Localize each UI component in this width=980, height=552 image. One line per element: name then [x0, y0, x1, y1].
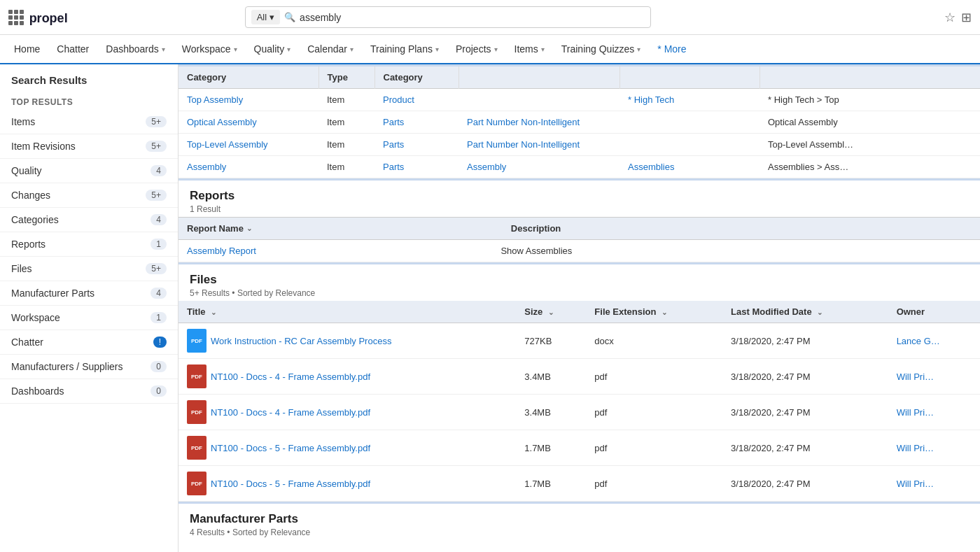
files-size-sort-icon[interactable]: ⌄ [548, 309, 554, 316]
sidebar-item-item-revisions[interactable]: Item Revisions 5+ [0, 134, 178, 159]
file-title-cell-3: PDF NT100 - Docs - 4 - Frame Assembly.pd… [178, 395, 516, 430]
file-icon-pdf-2: PDF [187, 365, 206, 388]
reports-col-name-sort[interactable]: ⌄ [246, 225, 252, 232]
sidebar-item-files[interactable]: Files 5+ [0, 257, 178, 281]
file-ext-2: pdf [586, 359, 722, 395]
file-owner-link-5[interactable]: Will Pri… [897, 479, 934, 489]
sidebar-item-dashboards[interactable]: Dashboards 0 [0, 379, 178, 404]
items-section: Category Type Category Top Assembly Item… [178, 64, 980, 178]
svg-text:propel: propel [29, 10, 68, 24]
apps-grid-icon[interactable] [8, 10, 24, 25]
sidebar-item-reports-label: Reports [11, 239, 46, 250]
sidebar-item-quality-label: Quality [11, 165, 42, 176]
file-cell-5: PDF NT100 - Docs - 5 - Frame Assembly.pd… [187, 472, 507, 495]
file-size-1: 727KB [516, 323, 586, 359]
file-ext-1: docx [586, 323, 722, 359]
reports-col-desc-header: Description [503, 218, 980, 239]
sidebar-item-manufacturer-parts[interactable]: Manufacturer Parts 4 [0, 281, 178, 306]
reports-count: 1 Result [190, 204, 969, 214]
sidebar-item-categories[interactable]: Categories 4 [0, 208, 178, 232]
file-link-3[interactable]: NT100 - Docs - 4 - Frame Assembly.pdf [211, 407, 370, 418]
files-ext-sort-icon[interactable]: ⌄ [662, 309, 667, 316]
files-col-ext: File Extension ⌄ [586, 301, 722, 323]
nav-workspace-chevron: ▾ [234, 45, 237, 53]
nav-training-plans[interactable]: Training Plans ▾ [362, 35, 447, 64]
sidebar-item-files-badge: 5+ [146, 263, 167, 274]
item-category-product[interactable]: Product [383, 94, 414, 105]
sidebar-item-workspace[interactable]: Workspace 1 [0, 306, 178, 330]
sidebar-item-items[interactable]: Items 5+ [0, 110, 178, 134]
file-link-1[interactable]: Work Instruction - RC Car Assembly Proce… [211, 336, 391, 346]
item-lifecycle-assemblies[interactable]: Assemblies [628, 162, 674, 172]
search-all-button[interactable]: All ▾ [251, 10, 280, 24]
files-col-title: Title ⌄ [178, 301, 516, 323]
file-ext-5: pdf [586, 466, 722, 502]
sidebar-item-item-revisions-badge: 5+ [146, 141, 167, 152]
items-col-type: Type [318, 66, 374, 89]
topbar-right: ☆ ⊞ [944, 10, 972, 25]
reports-col-name-header: Report Name ⌄ [178, 218, 503, 239]
item-path-optical: Optical Assembly [760, 111, 980, 134]
file-owner-link-3[interactable]: Will Pri… [897, 407, 934, 418]
file-size-5: 1.7MB [516, 466, 586, 502]
item-category-parts-1[interactable]: Parts [383, 117, 404, 127]
sidebar-item-manufacturers-suppliers-badge: 0 [150, 361, 167, 372]
file-size-2: 3.4MB [516, 359, 586, 395]
sidebar-item-reports[interactable]: Reports 1 [0, 232, 178, 257]
item-schema-non-intelligent-1[interactable]: Part Number Non-Intelligent [467, 117, 580, 127]
file-owner-link-2[interactable]: Will Pri… [897, 371, 934, 382]
reports-col-desc-label: Description [511, 223, 561, 234]
nav-training-quizzes[interactable]: Training Quizzes ▾ [553, 35, 650, 64]
nav-more[interactable]: * More [649, 35, 694, 64]
item-link-assembly[interactable]: Assembly [187, 162, 226, 172]
favorites-button[interactable]: ☆ [944, 10, 955, 25]
files-title: Files [190, 273, 969, 287]
item-lifecycle-high-tech[interactable]: * High Tech [628, 94, 674, 105]
item-category-parts-2[interactable]: Parts [383, 139, 404, 150]
search-input[interactable] [300, 12, 645, 23]
nav-projects-label: Projects [456, 43, 491, 55]
sidebar-item-chatter[interactable]: Chatter ! [0, 330, 178, 355]
nav-quality[interactable]: Quality ▾ [246, 35, 300, 64]
nav-chatter[interactable]: Chatter [48, 35, 97, 64]
table-row: PDF Work Instruction - RC Car Assembly P… [178, 323, 980, 359]
files-title-sort-icon[interactable]: ⌄ [211, 309, 216, 316]
sidebar-item-workspace-label: Workspace [11, 312, 60, 323]
sidebar-item-changes-badge: 5+ [146, 190, 167, 201]
item-link-top-level-assembly[interactable]: Top-Level Assembly [187, 139, 268, 150]
item-link-top-assembly[interactable]: Top Assembly [187, 94, 243, 105]
nav-dashboards[interactable]: Dashboards ▾ [97, 35, 174, 64]
sidebar-item-categories-badge: 4 [150, 214, 167, 225]
navbar: Home Chatter Dashboards ▾ Workspace ▾ Qu… [0, 35, 980, 64]
sidebar-item-quality[interactable]: Quality 4 [0, 159, 178, 183]
nav-home[interactable]: Home [6, 35, 48, 64]
item-schema-assembly[interactable]: Assembly [467, 162, 506, 172]
sidebar-item-dashboards-label: Dashboards [11, 385, 64, 397]
sidebar-item-workspace-badge: 1 [150, 312, 167, 323]
items-col-name: Category [178, 66, 318, 89]
file-link-2[interactable]: NT100 - Docs - 4 - Frame Assembly.pdf [211, 371, 370, 382]
file-owner-link-4[interactable]: Will Pri… [897, 443, 934, 453]
file-owner-2: Will Pri… [888, 359, 980, 395]
user-menu-button[interactable]: ⊞ [961, 10, 972, 25]
report-link-assembly[interactable]: Assembly Report [187, 246, 256, 256]
nav-quality-label: Quality [254, 43, 285, 55]
file-link-5[interactable]: NT100 - Docs - 5 - Frame Assembly.pdf [211, 479, 370, 489]
table-row: PDF NT100 - Docs - 4 - Frame Assembly.pd… [178, 395, 980, 430]
file-link-4[interactable]: NT100 - Docs - 5 - Frame Assembly.pdf [211, 443, 370, 453]
nav-calendar[interactable]: Calendar ▾ [299, 35, 362, 64]
item-category-parts-3[interactable]: Parts [383, 162, 404, 172]
nav-projects[interactable]: Projects ▾ [447, 35, 506, 64]
nav-items[interactable]: Items ▾ [506, 35, 553, 64]
nav-workspace[interactable]: Workspace ▾ [174, 35, 246, 64]
item-link-optical-assembly[interactable]: Optical Assembly [187, 117, 257, 127]
search-icon: 🔍 [284, 12, 295, 22]
files-date-sort-icon[interactable]: ⌄ [817, 309, 822, 316]
files-col-owner: Owner [888, 301, 980, 323]
table-row: Optical Assembly Item Parts Part Number … [178, 111, 980, 134]
sidebar-item-manufacturers-suppliers[interactable]: Manufacturers / Suppliers 0 [0, 355, 178, 379]
sidebar-item-changes[interactable]: Changes 5+ [0, 183, 178, 208]
propel-logo[interactable]: propel [28, 8, 91, 27]
item-schema-non-intelligent-2[interactable]: Part Number Non-Intelligent [467, 139, 580, 150]
file-owner-link-1[interactable]: Lance G… [897, 336, 940, 346]
